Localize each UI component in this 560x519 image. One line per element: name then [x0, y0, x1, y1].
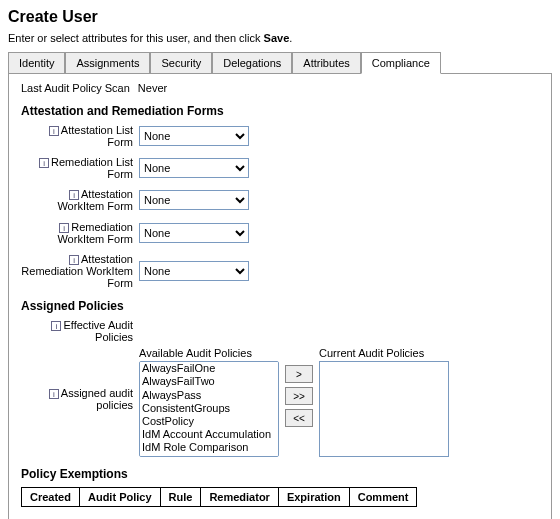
attestation-remediation-workitem-form-select[interactable]: None: [139, 261, 249, 281]
exemptions-col-created[interactable]: Created: [22, 488, 80, 507]
tab-security[interactable]: Security: [150, 52, 212, 73]
page-title: Create User: [8, 8, 552, 26]
move-addall-button[interactable]: >>: [285, 387, 313, 405]
policy-option[interactable]: IdM Role Comparison: [140, 441, 278, 454]
tab-compliance[interactable]: Compliance: [361, 52, 441, 74]
info-icon[interactable]: i: [59, 223, 69, 233]
policy-option[interactable]: PurchaseOrderPolicy: [140, 455, 278, 458]
attestation-list-form-select[interactable]: None: [139, 126, 249, 146]
remediation-list-form-label: Remediation List Form: [51, 156, 133, 180]
tab-assignments[interactable]: Assignments: [65, 52, 150, 73]
policy-option[interactable]: CostPolicy: [140, 415, 278, 428]
compliance-panel: Last Audit Policy Scan Never Attestation…: [8, 74, 552, 519]
available-policies-listbox[interactable]: AlwaysFailOneAlwaysFailTwoAlwaysPassCons…: [139, 361, 279, 457]
instruction-text: Enter or select attributes for this user…: [8, 32, 552, 44]
section-assigned-header: Assigned Policies: [21, 299, 539, 313]
remediation-list-form-select[interactable]: None: [139, 158, 249, 178]
current-policies-header: Current Audit Policies: [319, 347, 449, 359]
last-scan-label: Last Audit Policy Scan: [21, 82, 130, 94]
tab-bar: Identity Assignments Security Delegation…: [8, 52, 552, 74]
exemptions-col-comment[interactable]: Comment: [349, 488, 417, 507]
exemptions-table: Created Audit Policy Rule Remediator Exp…: [21, 487, 417, 507]
move-add-button[interactable]: >: [285, 365, 313, 383]
policy-option[interactable]: AlwaysPass: [140, 389, 278, 402]
tab-identity[interactable]: Identity: [8, 52, 65, 73]
last-scan-value: Never: [138, 82, 167, 94]
policy-option[interactable]: AlwaysFailOne: [140, 362, 278, 375]
policy-option[interactable]: AlwaysFailTwo: [140, 375, 278, 388]
effective-policies-label: Effective Audit Policies: [63, 319, 133, 343]
info-icon[interactable]: i: [49, 389, 59, 399]
tab-attributes[interactable]: Attributes: [292, 52, 360, 73]
exemptions-col-remediator[interactable]: Remediator: [201, 488, 279, 507]
tab-delegations[interactable]: Delegations: [212, 52, 292, 73]
exemptions-col-expiration[interactable]: Expiration: [278, 488, 349, 507]
assigned-policies-label: Assigned audit policies: [61, 387, 133, 411]
info-icon[interactable]: i: [51, 321, 61, 331]
attestation-workitem-form-select[interactable]: None: [139, 190, 249, 210]
attestation-list-form-label: Attestation List Form: [61, 124, 133, 148]
section-attestation-header: Attestation and Remediation Forms: [21, 104, 539, 118]
info-icon[interactable]: i: [69, 190, 79, 200]
info-icon[interactable]: i: [69, 255, 79, 265]
remediation-workitem-form-select[interactable]: None: [139, 223, 249, 243]
policy-option[interactable]: ConsistentGroups: [140, 402, 278, 415]
move-removeall-button[interactable]: <<: [285, 409, 313, 427]
current-policies-listbox[interactable]: [319, 361, 449, 457]
exemptions-col-auditpolicy[interactable]: Audit Policy: [79, 488, 160, 507]
section-exemptions-header: Policy Exemptions: [21, 467, 539, 481]
info-icon[interactable]: i: [49, 126, 59, 136]
info-icon[interactable]: i: [39, 158, 49, 168]
policy-option[interactable]: IdM Account Accumulation: [140, 428, 278, 441]
exemptions-col-rule[interactable]: Rule: [160, 488, 201, 507]
available-policies-header: Available Audit Policies: [139, 347, 279, 359]
